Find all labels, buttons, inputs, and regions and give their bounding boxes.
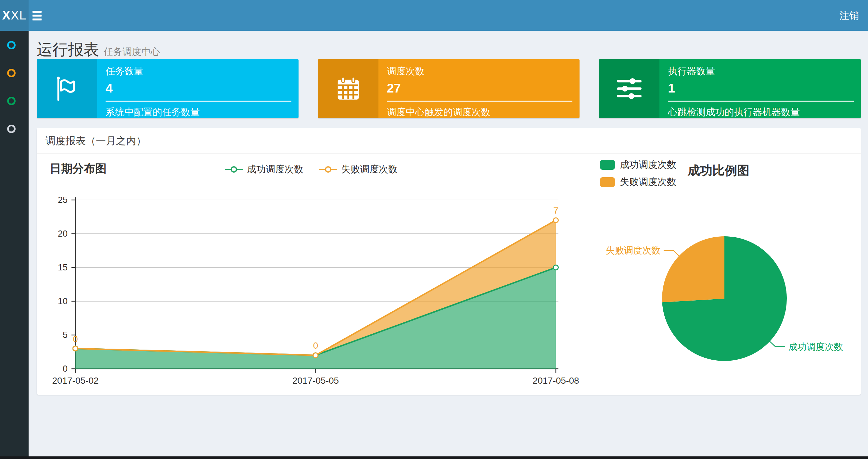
app-window: XXL 注销 运行报表任务调度中心 — [0, 0, 868, 459]
sidebar — [0, 31, 29, 459]
app-logo[interactable]: XXL — [0, 0, 29, 31]
page-title: 运行报表 — [37, 41, 99, 58]
info-box-label: 任务数量 — [105, 65, 291, 78]
content-header: 运行报表任务调度中心 — [29, 31, 868, 59]
svg-text:2017-05-08: 2017-05-08 — [532, 375, 579, 386]
info-box-value: 4 — [105, 81, 291, 95]
divider — [105, 101, 291, 102]
page-subtitle: 任务调度中心 — [104, 46, 160, 57]
top-navbar: XXL 注销 — [0, 0, 868, 31]
info-box-content: 任务数量 4 系统中配置的任务数量 — [97, 59, 299, 119]
svg-text:0: 0 — [63, 364, 68, 373]
svg-text:25: 25 — [58, 195, 68, 205]
logout-link[interactable]: 注销 — [839, 0, 859, 31]
info-box-label: 执行器数量 — [668, 65, 854, 78]
svg-text:0: 0 — [73, 334, 78, 344]
success-ratio-pie-chart[interactable]: 成功调度次数失败调度次数 — [606, 236, 843, 361]
svg-text:成功调度次数: 成功调度次数 — [788, 342, 843, 352]
sidebar-item-executors[interactable] — [7, 125, 16, 133]
info-box-jobs: 任务数量 4 系统中配置的任务数量 — [37, 59, 299, 118]
info-box-description: 心跳检测成功的执行器机器数量 — [668, 106, 854, 119]
panel-body: 日期分布图 成功调度次数失败调度次数 成功调度次数失败调度次数 成功比例图 05… — [37, 154, 861, 395]
info-box-description: 调度中心触发的调度次数 — [387, 106, 573, 119]
info-box-content: 调度次数 27 调度中心触发的调度次数 — [378, 59, 580, 119]
svg-text:失败调度次数: 失败调度次数 — [606, 245, 660, 256]
sliders-icon — [599, 59, 659, 118]
sidebar-item-reports[interactable] — [7, 41, 16, 50]
divider — [387, 101, 573, 102]
svg-text:2017-05-05: 2017-05-05 — [292, 375, 339, 386]
date-distribution-chart[interactable]: 05101520252017-05-022017-05-052017-05-08… — [37, 154, 861, 395]
calendar-icon — [318, 59, 378, 118]
report-panel: 调度报表（一月之内） 日期分布图 成功调度次数失败调度次数 成功调度次数失败调度… — [37, 128, 861, 395]
logo-rest: XL — [11, 8, 26, 23]
svg-text:20: 20 — [58, 229, 68, 238]
info-box-triggers: 调度次数 27 调度中心触发的调度次数 — [318, 59, 580, 118]
svg-text:10: 10 — [58, 296, 68, 306]
svg-text:5: 5 — [63, 330, 68, 340]
svg-text:2017-05-02: 2017-05-02 — [52, 375, 98, 386]
hamburger-icon — [32, 11, 41, 13]
divider — [668, 101, 854, 102]
info-box-label: 调度次数 — [387, 65, 573, 78]
logo-bold: X — [2, 8, 11, 23]
sidebar-item-logs[interactable] — [7, 97, 16, 105]
info-box-value: 1 — [668, 81, 854, 95]
chart-plot-area[interactable]: 007 — [73, 205, 558, 369]
sidebar-item-jobs[interactable] — [7, 69, 16, 77]
svg-text:0: 0 — [313, 340, 318, 351]
window-bottom-edge — [0, 456, 868, 459]
info-box-description: 系统中配置的任务数量 — [105, 106, 291, 119]
svg-text:15: 15 — [58, 263, 68, 272]
info-box-value: 27 — [387, 81, 573, 95]
panel-title: 调度报表（一月之内） — [37, 128, 861, 154]
info-box-executors: 执行器数量 1 心跳检测成功的执行器机器数量 — [599, 59, 861, 118]
info-box-content: 执行器数量 1 心跳检测成功的执行器机器数量 — [659, 59, 861, 119]
info-box-row: 任务数量 4 系统中配置的任务数量 — [37, 59, 861, 118]
svg-text:7: 7 — [553, 205, 558, 216]
main-content: 运行报表任务调度中心 任务数量 4 系统中配置的任务数量 — [29, 31, 868, 459]
sidebar-toggle-button[interactable] — [32, 0, 48, 31]
flag-icon — [37, 59, 97, 118]
